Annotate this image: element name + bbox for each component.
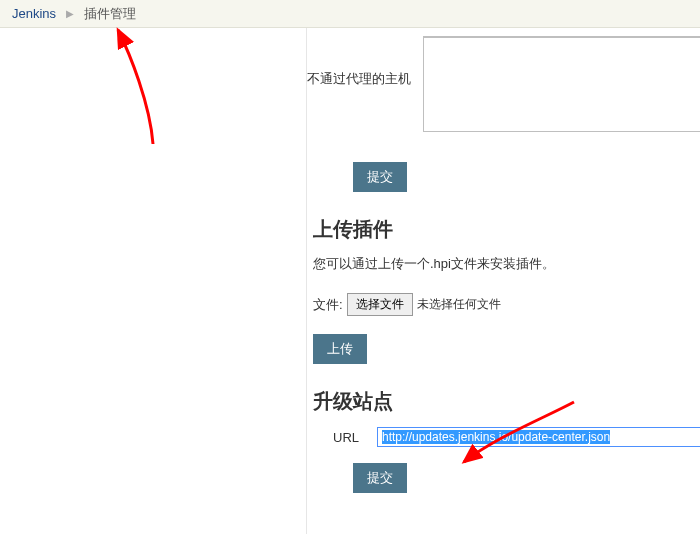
breadcrumb-root[interactable]: Jenkins (12, 6, 56, 21)
breadcrumb: Jenkins ▶ 插件管理 (0, 0, 700, 28)
annotation-arrow-1 (110, 24, 170, 157)
upload-button[interactable]: 上传 (313, 334, 367, 364)
no-proxy-textarea[interactable] (423, 36, 700, 132)
upload-plugin-desc: 您可以通过上传一个.hpi文件来安装插件。 (313, 255, 700, 273)
no-proxy-label: 不通过代理的主机 (307, 36, 423, 88)
file-status: 未选择任何文件 (417, 296, 501, 313)
breadcrumb-current[interactable]: 插件管理 (84, 5, 136, 23)
no-proxy-row: 不通过代理的主机 (307, 36, 700, 132)
upload-plugin-title: 上传插件 (313, 216, 700, 243)
update-site-title: 升级站点 (313, 388, 700, 415)
url-label: URL (333, 430, 377, 445)
submit-button-2[interactable]: 提交 (353, 463, 407, 493)
chevron-right-icon: ▶ (66, 8, 74, 19)
url-input[interactable]: http://updates.jenkins.io/update-center.… (377, 427, 700, 447)
url-row: URL http://updates.jenkins.io/update-cen… (333, 427, 700, 447)
submit-button[interactable]: 提交 (353, 162, 407, 192)
file-row: 文件: 选择文件 未选择任何文件 (313, 293, 700, 316)
main-content: 不通过代理的主机 提交 上传插件 您可以通过上传一个.hpi文件来安装插件。 文… (307, 28, 700, 534)
choose-file-button[interactable]: 选择文件 (347, 293, 413, 316)
file-label: 文件: (313, 296, 343, 314)
